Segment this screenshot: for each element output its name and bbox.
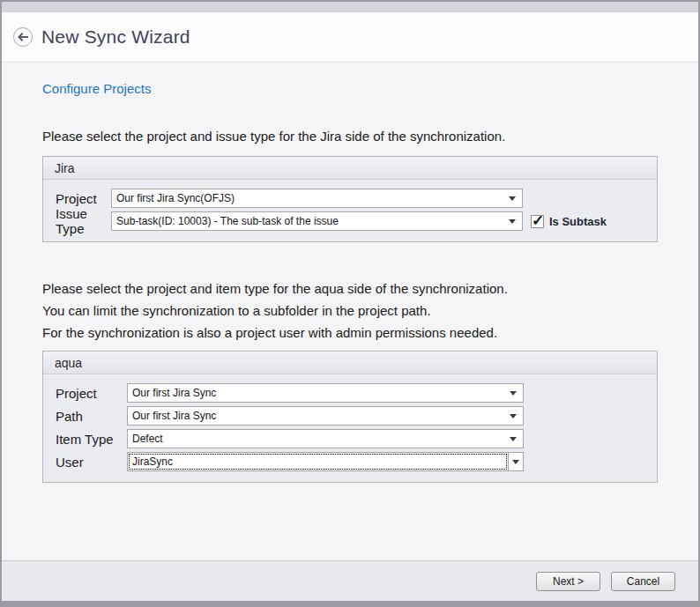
chevron-down-icon — [510, 391, 517, 396]
aqua-path-row: Path Our first Jira Sync — [56, 406, 644, 426]
aqua-instruction-1: Please select the project and item type … — [42, 278, 658, 300]
jira-issuetype-row: Issue Type Sub-task(ID: 10003) - The sub… — [56, 211, 644, 231]
aqua-groupbox-body: Project Our first Jira Sync Path Our fir… — [43, 374, 657, 482]
aqua-project-combobox[interactable]: Our first Jira Sync — [127, 383, 524, 403]
content-spacer — [42, 483, 658, 560]
aqua-groupbox-title: aqua — [43, 352, 657, 374]
aqua-groupbox: aqua Project Our first Jira Sync Path Ou… — [42, 351, 658, 483]
chevron-down-icon — [510, 414, 517, 418]
next-button[interactable]: Next > — [536, 572, 600, 591]
aqua-path-label: Path — [56, 409, 127, 424]
jira-project-row: Project Our first Jira Sync(OFJS) — [56, 189, 644, 208]
aqua-instruction-2: You can limit the synchronization to a s… — [42, 300, 658, 322]
aqua-instruction-3: For the synchronization is also a projec… — [42, 322, 658, 344]
aqua-user-row: User JiraSync — [56, 452, 644, 471]
chevron-down-icon — [510, 437, 517, 441]
aqua-user-edit-area[interactable]: JiraSync — [128, 453, 508, 470]
window-chrome-strip — [2, 2, 698, 12]
jira-issuetype-label: Issue Type — [56, 206, 111, 236]
page-heading: Configure Projects — [42, 81, 658, 96]
aqua-project-label: Project — [56, 386, 127, 401]
jira-groupbox: Jira Project Our first Jira Sync(OFJS) I… — [42, 156, 658, 242]
wizard-header: New Sync Wizard — [2, 12, 698, 63]
cancel-button[interactable]: Cancel — [611, 572, 675, 591]
jira-issuetype-value: Sub-task(ID: 10003) - The sub-task of th… — [116, 215, 509, 227]
aqua-itemtype-value: Defect — [132, 433, 510, 445]
aqua-user-label: User — [56, 455, 127, 470]
aqua-user-dropdown-button[interactable] — [508, 453, 523, 470]
jira-project-label: Project — [56, 191, 111, 206]
wizard-footer: Next > Cancel — [2, 560, 698, 601]
jira-instruction: Please select the project and issue type… — [42, 125, 658, 147]
aqua-path-combobox[interactable]: Our first Jira Sync — [127, 406, 524, 426]
chevron-down-icon — [512, 460, 519, 464]
jira-project-combobox[interactable]: Our first Jira Sync(OFJS) — [111, 189, 523, 208]
aqua-project-value: Our first Jira Sync — [132, 387, 510, 399]
aqua-user-value: JiraSync — [132, 455, 508, 468]
wizard-content: Configure Projects Please select the pro… — [2, 63, 698, 560]
back-arrow-icon — [18, 33, 28, 41]
aqua-user-combobox[interactable]: JiraSync — [127, 452, 524, 471]
aqua-project-row: Project Our first Jira Sync — [56, 383, 644, 403]
jira-project-value: Our first Jira Sync(OFJS) — [116, 192, 509, 204]
chevron-down-icon — [509, 219, 516, 224]
aqua-path-value: Our first Jira Sync — [132, 410, 510, 422]
aqua-itemtype-label: Item Type — [56, 432, 127, 447]
wizard-title: New Sync Wizard — [41, 26, 190, 48]
jira-groupbox-body: Project Our first Jira Sync(OFJS) Issue … — [43, 180, 657, 241]
jira-issuetype-combobox[interactable]: Sub-task(ID: 10003) - The sub-task of th… — [111, 211, 523, 231]
wizard-window: New Sync Wizard Configure Projects Pleas… — [0, 0, 700, 607]
back-button[interactable] — [13, 27, 33, 47]
aqua-itemtype-row: Item Type Defect — [56, 429, 644, 448]
aqua-itemtype-combobox[interactable]: Defect — [127, 429, 524, 448]
jira-groupbox-title: Jira — [43, 157, 657, 180]
is-subtask-checkbox[interactable] — [531, 215, 544, 228]
is-subtask-checkbox-wrap[interactable]: Is Subtask — [531, 215, 607, 228]
aqua-instructions: Please select the project and item type … — [42, 278, 658, 351]
is-subtask-label: Is Subtask — [549, 215, 607, 228]
chevron-down-icon — [509, 196, 516, 201]
